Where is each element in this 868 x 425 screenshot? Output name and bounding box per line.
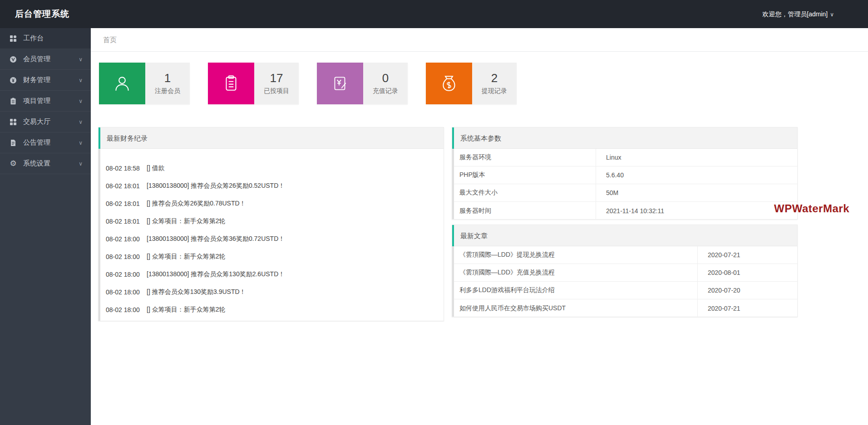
panel-accent [452, 246, 454, 317]
record-text: [] 推荐会员众筹26奖励0.78USTD！ [147, 200, 434, 208]
finance-record: 08-02 18:58 [] 借款 [106, 159, 434, 177]
record-time: 08-02 18:00 [106, 271, 147, 278]
record-time: 08-02 18:01 [106, 218, 147, 225]
article-date: 2020-07-20 [697, 282, 797, 299]
dashboard-icon [9, 34, 17, 43]
sidebar-item-trade-hall[interactable]: 交易大厅 ∨ [0, 112, 91, 132]
finance-record: 08-02 18:00 [13800138000] 推荐会员众筹36奖励0.72… [106, 230, 434, 248]
record-time: 08-02 18:00 [106, 288, 147, 296]
param-value: 50M [596, 184, 797, 201]
param-value: Linux [596, 149, 797, 166]
stat-label: 已投项目 [264, 87, 289, 95]
stat-value: 0 [382, 72, 389, 85]
article-title[interactable]: 如何使用人民币在交易市场购买USDT [452, 299, 697, 317]
record-text: [13800138000] 推荐会员众筹26奖励0.52USTD！ [147, 182, 434, 190]
record-text: [] 借款 [147, 164, 434, 172]
sidebar-item-workbench[interactable]: 工作台 [0, 28, 91, 49]
record-time: 08-02 18:01 [106, 182, 147, 190]
sidebar-item-label: 财务管理 [23, 76, 50, 84]
user-menu[interactable]: 欢迎您，管理员[admin]∨ [762, 0, 834, 29]
finance-icon [9, 76, 17, 84]
record-time: 08-02 18:00 [106, 235, 147, 243]
user-icon [99, 63, 145, 104]
article-row[interactable]: 《雲頂國際—LDD》提现兑换流程 2020-07-21 [452, 246, 797, 264]
stat-info: 2 提现记录 [472, 63, 517, 104]
article-title[interactable]: 《雲頂國際—LDD》提现兑换流程 [452, 246, 697, 264]
stat-card-invested-projects[interactable]: 17 已投项目 [208, 63, 299, 104]
record-text: [] 推荐会员众筹130奖励3.9USTD！ [147, 288, 434, 296]
sidebar-item-label: 交易大厅 [23, 117, 50, 126]
finance-record: 08-02 18:00 [] 推荐会员众筹130奖励3.9USTD！ [106, 283, 434, 301]
finance-record: 08-02 18:01 [] 众筹项目：新手众筹第2轮 [106, 212, 434, 230]
stat-info: 17 已投项目 [254, 63, 299, 104]
articles-panel: 最新文章 《雲頂國際—LDD》提现兑换流程 2020-07-21 《雲頂國際—L… [452, 225, 798, 317]
sidebar-item-label: 会员管理 [23, 55, 50, 64]
chevron-down-icon: ∨ [79, 140, 83, 146]
sidebar-item-label: 系统设置 [23, 159, 50, 168]
finance-record: 08-02 18:00 [] 众筹项目：新手众筹第2轮 [106, 301, 434, 318]
panel-accent [99, 127, 100, 149]
moneybag-icon [426, 63, 472, 104]
finance-record-list: 08-02 18:58 [] 借款 08-02 18:01 [138001380… [99, 149, 444, 318]
breadcrumb-home[interactable]: 首页 [103, 28, 117, 51]
param-label: 最大文件大小 [452, 184, 596, 201]
finance-record: 08-02 18:00 [] 众筹项目：新手众筹第2轮 [106, 248, 434, 265]
app-title: 后台管理系统 [15, 0, 69, 28]
record-text: [] 众筹项目：新手众筹第2轮 [147, 253, 434, 261]
stat-card-recharge-records[interactable]: 0 充值记录 [317, 63, 408, 104]
record-time: 08-02 18:01 [106, 200, 147, 207]
sidebar-item-settings[interactable]: ⚙ 系统设置 ∨ [0, 153, 91, 174]
stat-value: 1 [164, 72, 171, 85]
sidebar-item-members[interactable]: 会员管理 ∨ [0, 49, 91, 70]
record-text: [] 众筹项目：新手众筹第2轮 [147, 306, 434, 314]
article-row[interactable]: 《雲頂國際—LDD》充值兑换流程 2020-08-01 [452, 264, 797, 282]
article-row[interactable]: 如何使用人民币在交易市场购买USDT 2020-07-21 [452, 299, 797, 317]
sidebar-item-projects[interactable]: 项目管理 ∨ [0, 91, 91, 112]
article-title[interactable]: 利多多LDD游戏福利平台玩法介绍 [452, 282, 697, 299]
sidebar-item-announcements[interactable]: 公告管理 ∨ [0, 132, 91, 153]
param-value: 2021-11-14 10:32:11 [596, 202, 797, 220]
chevron-down-icon: ∨ [79, 98, 83, 104]
member-icon [9, 55, 17, 64]
breadcrumb-bar: 首页 [91, 28, 868, 52]
stat-label: 充值记录 [373, 87, 398, 95]
param-value: 5.6.40 [596, 166, 797, 184]
stat-card-registered-members[interactable]: 1 注册会员 [99, 63, 190, 104]
articles-table: 《雲頂國際—LDD》提现兑换流程 2020-07-21 《雲頂國際—LDD》充值… [452, 246, 797, 317]
panel-title: 系统基本参数 [452, 127, 797, 149]
table-row: 最大文件大小 50M [452, 184, 797, 202]
stat-card-withdraw-records[interactable]: 2 提现记录 [426, 63, 517, 104]
panel-accent [452, 149, 454, 219]
article-date: 2020-07-21 [697, 246, 797, 264]
chevron-down-icon: ∨ [79, 77, 83, 83]
chevron-down-icon: ∨ [79, 119, 83, 125]
recharge-icon [317, 63, 363, 104]
stat-value: 2 [491, 72, 498, 85]
chevron-down-icon: ∨ [79, 161, 83, 167]
sidebar-item-label: 工作台 [23, 34, 44, 43]
param-label: PHP版本 [452, 166, 596, 184]
table-row: 服务器环境 Linux [452, 149, 797, 166]
panel-accent [99, 149, 100, 321]
record-text: [13800138000] 推荐会员众筹130奖励2.6USTD！ [147, 270, 434, 278]
param-label: 服务器环境 [452, 149, 596, 166]
stat-info: 0 充值记录 [363, 63, 408, 104]
article-row[interactable]: 利多多LDD游戏福利平台玩法介绍 2020-07-20 [452, 282, 797, 299]
sidebar-item-finance[interactable]: 财务管理 ∨ [0, 70, 91, 91]
stat-label: 提现记录 [482, 87, 507, 95]
finance-record: 08-02 18:00 [13800138000] 推荐会员众筹130奖励2.6… [106, 265, 434, 283]
table-row: PHP版本 5.6.40 [452, 166, 797, 184]
topbar: 后台管理系统 欢迎您，管理员[admin]∨ [0, 0, 868, 28]
finance-panel: 最新财务纪录 08-02 18:58 [] 借款 08-02 18:01 [13… [98, 127, 444, 321]
article-title[interactable]: 《雲頂國際—LDD》充值兑换流程 [452, 264, 697, 281]
stat-value: 17 [270, 72, 283, 85]
param-label: 服务器时间 [452, 202, 596, 220]
sidebar: 工作台 会员管理 ∨ 财务管理 ∨ 项目管理 ∨ 交易大厅 ∨ 公告管理 ∨ [0, 28, 91, 425]
record-text: [] 众筹项目：新手众筹第2轮 [147, 217, 434, 225]
clipboard-icon [208, 63, 254, 104]
panel-title: 最新财务纪录 [99, 127, 444, 149]
article-date: 2020-07-21 [697, 299, 797, 317]
sidebar-item-label: 公告管理 [23, 138, 50, 147]
stat-info: 1 注册会员 [145, 63, 190, 104]
system-params-table: 服务器环境 Linux PHP版本 5.6.40 最大文件大小 50M 服务器时… [452, 149, 797, 220]
